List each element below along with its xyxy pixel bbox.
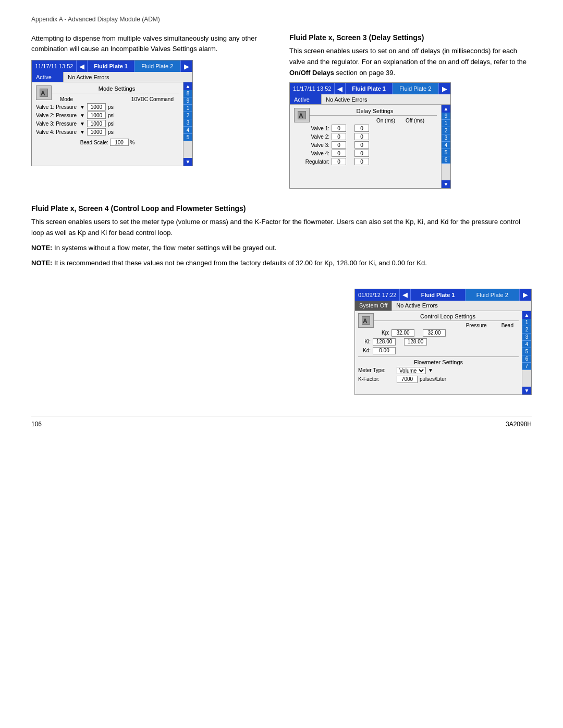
valve-input-3[interactable]: [87, 128, 106, 135]
nav-up-3[interactable]: ▲: [522, 311, 531, 319]
adm-time-1: 11/17/11 13:52: [32, 60, 77, 72]
valve-label-1: Valve 2: Pressure: [36, 113, 78, 118]
bead-input[interactable]: [110, 139, 129, 146]
adm-time-3: 01/09/12 17:22: [355, 289, 400, 301]
adm-header-3: 01/09/12 17:22 ◀ Fluid Plate 1 Fluid Pla…: [355, 289, 531, 301]
nav-num-1-0[interactable]: 8: [183, 90, 192, 97]
nav-num-3-5[interactable]: 6: [522, 355, 531, 363]
note2-text: It is recommended that these values not …: [52, 259, 426, 267]
delay-row-3: Valve 4:: [294, 150, 437, 157]
nav-num-2-2[interactable]: 2: [442, 127, 450, 134]
delay-on-3[interactable]: [332, 150, 346, 157]
kd-pressure-input[interactable]: [373, 347, 396, 354]
delay-off-2[interactable]: [354, 141, 369, 149]
nav-num-2-4[interactable]: 4: [442, 142, 450, 149]
screen1-title: Mode Settings: [36, 85, 179, 93]
nav-num-1-5[interactable]: 4: [183, 127, 192, 134]
valve-input-2[interactable]: [87, 120, 106, 127]
adm-tab2-3[interactable]: Fluid Plate 2: [466, 289, 520, 301]
valve-label-2: Valve 3: Pressure: [36, 121, 78, 127]
section1-heading: Fluid Plate x, Screen 3 (Delay Settings): [289, 33, 532, 42]
nav-down-3[interactable]: ▼: [522, 387, 531, 394]
kp-pressure-input[interactable]: [391, 329, 414, 337]
adm-arrow-right-2[interactable]: ▶: [439, 83, 450, 94]
note1-text: In systems without a flow meter, the flo…: [52, 244, 276, 252]
edit-icon-box-3[interactable]: [358, 313, 374, 328]
nav-num-2-0[interactable]: 9: [442, 113, 450, 120]
adm-tab1-2[interactable]: Fluid Plate 1: [346, 83, 392, 94]
delay-label-4: Regulator:: [294, 159, 332, 165]
nav-up-2[interactable]: ▲: [442, 105, 450, 113]
adm-body-1: Mode Settings Mode 10VDC Command Valve 1…: [32, 82, 192, 166]
valve-input-1[interactable]: [87, 112, 106, 119]
bead-row: Bead Scale: %: [36, 139, 179, 146]
delay-on-4[interactable]: [332, 158, 346, 165]
delay-on-1[interactable]: [332, 133, 346, 140]
top-section: Attempting to dispense from multiple val…: [31, 33, 532, 189]
adm-arrow-right-1[interactable]: ▶: [181, 60, 192, 72]
adm-header-1: 11/17/11 13:52 ◀ Fluid Plate 1 Fluid Pla…: [32, 60, 192, 72]
nav-num-3-2[interactable]: 3: [522, 334, 531, 341]
adm-header-2: 11/17/11 13:52 ◀ Fluid Plate 1 Fluid Pla…: [290, 83, 450, 94]
adm-content-3: Control Loop Settings Pressure Bead Kp: …: [355, 311, 522, 394]
middle-section: Fluid Plate x, Screen 4 (Control Loop an…: [31, 204, 532, 273]
delay-off-0[interactable]: [354, 125, 369, 132]
nav-num-1-4[interactable]: 3: [183, 119, 192, 127]
adm-arrow-right-3[interactable]: ▶: [520, 289, 531, 301]
kp-bead-input[interactable]: [423, 329, 446, 337]
section2-body1: This screen enables users to set the met…: [31, 217, 532, 239]
nav-down-2[interactable]: ▼: [442, 180, 450, 188]
edit-icon-box-1[interactable]: [36, 85, 52, 100]
ki-label: Ki:: [358, 339, 373, 344]
nav-num-2-6[interactable]: 6: [442, 156, 450, 164]
adm-arrow-left-1[interactable]: ◀: [77, 60, 88, 72]
left-column: Attempting to dispense from multiple val…: [31, 33, 274, 189]
ctrl-row-ki: Ki:: [358, 338, 519, 346]
meter-type-select[interactable]: Volume: [397, 367, 426, 374]
delay-off-4[interactable]: [354, 158, 369, 165]
footer-right: 3A2098H: [506, 421, 532, 428]
delay-row-0: Valve 1:: [294, 125, 437, 132]
edit-icon-2: [297, 110, 307, 120]
nav-down-1[interactable]: ▼: [183, 158, 192, 166]
adm-time-2: 11/17/11 13:52: [290, 83, 335, 94]
adm-tab2-1[interactable]: Fluid Plate 2: [134, 60, 181, 72]
nav-num-2-3[interactable]: 3: [442, 134, 450, 142]
nav-num-3-4[interactable]: 5: [522, 348, 531, 355]
ctrl-col-headers: Pressure Bead: [377, 323, 519, 328]
adm-tab1-3[interactable]: Fluid Plate 1: [411, 289, 465, 301]
edit-icon-box-2[interactable]: [294, 108, 310, 122]
nav-num-1-6[interactable]: 5: [183, 134, 192, 141]
nav-num-1-2[interactable]: 1: [183, 105, 192, 112]
valve-input-0[interactable]: [87, 103, 106, 110]
kfactor-input[interactable]: [397, 376, 418, 383]
intro-paragraph: Attempting to dispense from multiple val…: [31, 33, 274, 54]
mode-label: Mode: [60, 96, 73, 102]
note2-label: NOTE:: [31, 259, 52, 267]
valve-unit-3: psi: [108, 129, 115, 135]
ki-pressure-input[interactable]: [373, 338, 396, 346]
delay-off-3[interactable]: [354, 150, 369, 157]
delay-on-0[interactable]: [332, 125, 346, 132]
nav-num-3-0[interactable]: 1: [522, 319, 531, 326]
delay-off-1[interactable]: [354, 133, 369, 140]
ctrl-title: Control Loop Settings: [358, 313, 519, 321]
adm-tab2-2[interactable]: Fluid Plate 2: [393, 83, 439, 94]
adm-arrow-left-3[interactable]: ◀: [400, 289, 411, 301]
valve-row-3: Valve 4: Pressure ▼ psi: [36, 128, 179, 135]
nav-up-1[interactable]: ▲: [183, 82, 192, 90]
kp-label: Kp:: [377, 330, 391, 336]
kfactor-label: K-Factor:: [358, 376, 395, 382]
nav-num-3-3[interactable]: 4: [522, 341, 531, 348]
delay-col2: Off (ms): [406, 118, 424, 124]
nav-num-2-1[interactable]: 1: [442, 120, 450, 127]
nav-num-3-1[interactable]: 2: [522, 326, 531, 334]
nav-num-2-5[interactable]: 5: [442, 149, 450, 156]
nav-num-1-3[interactable]: 2: [183, 112, 192, 119]
ki-bead-input[interactable]: [404, 338, 427, 346]
delay-on-2[interactable]: [332, 141, 346, 149]
nav-num-3-6[interactable]: 7: [522, 363, 531, 370]
nav-num-1-1[interactable]: 9: [183, 97, 192, 105]
adm-tab1-1[interactable]: Fluid Plate 1: [88, 60, 134, 72]
adm-arrow-left-2[interactable]: ◀: [335, 83, 346, 94]
